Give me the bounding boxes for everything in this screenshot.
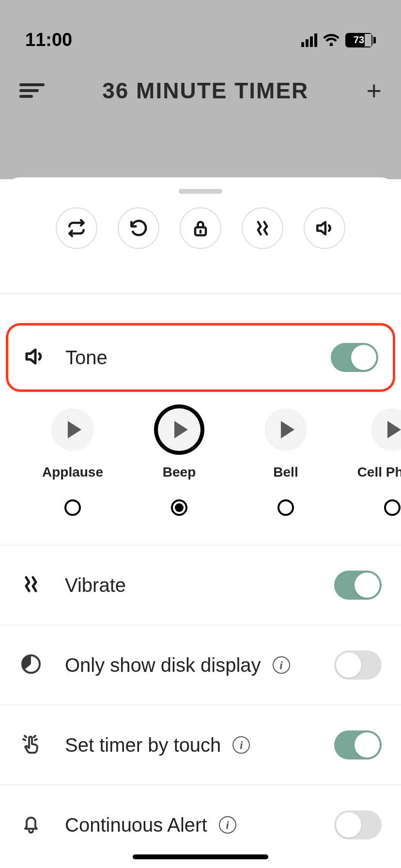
vibrate-label: Vibrate xyxy=(65,574,126,596)
set-by-touch-row: Set timer by touch i xyxy=(0,705,401,785)
reset-icon xyxy=(128,217,149,239)
sheet-grabber[interactable] xyxy=(179,189,222,194)
set-by-touch-label: Set timer by touch xyxy=(65,734,221,756)
home-indicator[interactable] xyxy=(133,854,268,859)
vibrate-toggle[interactable] xyxy=(334,571,382,600)
lock-button[interactable] xyxy=(180,207,221,249)
info-icon[interactable]: i xyxy=(219,816,236,834)
bell-icon xyxy=(19,812,43,837)
play-button[interactable] xyxy=(158,408,200,451)
continuous-alert-toggle[interactable] xyxy=(334,810,382,839)
settings-sheet: Tone Applause Beep Bell Cell Ph xyxy=(0,177,401,868)
play-button[interactable] xyxy=(371,408,401,451)
speaker-icon xyxy=(23,345,46,370)
status-time: 11:00 xyxy=(25,30,72,50)
tone-item-bell: Bell xyxy=(237,408,334,516)
play-button[interactable] xyxy=(264,408,307,451)
wifi-icon xyxy=(323,32,339,48)
vibrate-row: Vibrate xyxy=(0,545,401,625)
repeat-button[interactable] xyxy=(56,207,97,249)
vibrate-button[interactable] xyxy=(242,207,283,249)
vibrate-icon xyxy=(252,217,273,239)
tone-item-cellphone: Cell Phone xyxy=(344,408,401,516)
status-bar: 11:00 73 xyxy=(0,0,401,58)
lock-icon xyxy=(190,217,211,239)
tone-item-label: Cell Phone xyxy=(357,465,401,480)
info-icon[interactable]: i xyxy=(232,736,250,754)
touch-icon xyxy=(19,732,43,758)
info-icon[interactable]: i xyxy=(273,656,290,674)
tone-radio[interactable] xyxy=(384,499,401,516)
tone-item-label: Bell xyxy=(273,465,298,480)
vibrate-icon xyxy=(19,573,43,598)
tone-radio[interactable] xyxy=(278,499,294,516)
tone-item-beep: Beep xyxy=(131,408,228,516)
tone-label: Tone xyxy=(65,347,108,369)
disk-display-toggle[interactable] xyxy=(334,651,382,680)
delete-timer-button[interactable]: DELETE TIMER xyxy=(0,865,401,868)
continuous-alert-label: Continuous Alert xyxy=(65,814,207,836)
svg-point-0 xyxy=(330,43,333,46)
disk-display-label: Only show disk display xyxy=(65,654,261,676)
status-indicators: 73 xyxy=(301,32,376,48)
continuous-alert-row: Continuous Alert i xyxy=(0,785,401,865)
reset-button[interactable] xyxy=(118,207,159,249)
tone-row-highlighted: Tone xyxy=(6,323,395,392)
tone-item-applause: Applause xyxy=(24,408,121,516)
disk-icon xyxy=(19,652,43,678)
quick-action-row xyxy=(0,207,401,268)
play-button[interactable] xyxy=(51,408,94,451)
battery-icon: 73 xyxy=(345,33,376,47)
tone-toggle[interactable] xyxy=(331,343,378,372)
sound-button[interactable] xyxy=(304,207,345,249)
tone-item-label: Beep xyxy=(163,465,196,480)
color-selector-peek[interactable] xyxy=(0,268,401,294)
page-title: 36 MINUTE TIMER xyxy=(102,78,308,104)
repeat-icon xyxy=(66,217,87,239)
menu-icon[interactable] xyxy=(19,80,45,101)
tone-radio[interactable] xyxy=(64,499,81,516)
sound-icon xyxy=(314,217,335,239)
set-by-touch-toggle[interactable] xyxy=(334,730,382,760)
cellular-signal-icon xyxy=(301,33,317,47)
disk-display-row: Only show disk display i xyxy=(0,625,401,705)
add-button[interactable]: + xyxy=(366,78,382,104)
tone-radio[interactable] xyxy=(171,499,187,516)
tone-item-label: Applause xyxy=(42,465,103,480)
tones-list[interactable]: Applause Beep Bell Cell Phone Cordless P xyxy=(0,392,401,516)
